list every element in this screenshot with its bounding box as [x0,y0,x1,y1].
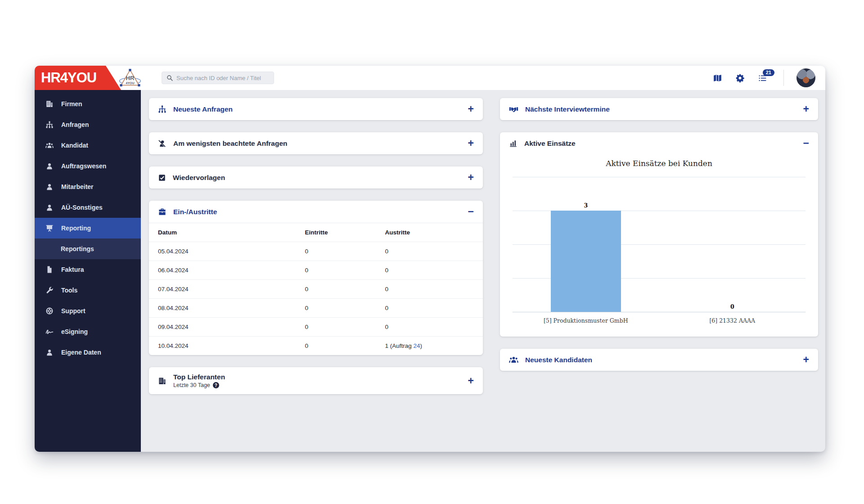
user-slash-icon [158,139,166,148]
auftrag-link[interactable]: 24 [414,342,420,349]
column-header-datum: Datum [149,223,296,242]
bar-chart-icon [509,139,518,148]
card-header[interactable]: Am wenigsten beachtete Anfragen + [149,132,483,154]
notification-count-badge: 21 [763,69,774,76]
sidebar-item-label: Reporting [61,225,91,232]
sitemap-icon [158,105,166,113]
card-header[interactable]: Aktive Einsätze − [500,132,818,154]
sidebar-item-label: AÜ-Sonstiges [61,204,103,211]
sidebar-item-label: Anfragen [61,121,89,128]
card-header[interactable]: Wiedervorlagen + [149,166,483,189]
table-row: 08.04.2024 0 0 [149,299,483,318]
card-title: Ein-/Austritte [173,208,217,216]
cell-austritte: 1 (Auftrag 24) [376,337,483,356]
user-icon [45,183,54,191]
cell-austritte: 0 [376,280,483,299]
card-title: Am wenigsten beachtete Anfragen [173,140,288,148]
chart-bar[interactable] [551,211,621,312]
chart-title: Aktive Einsätze bei Kunden [513,159,806,168]
expand-button[interactable]: + [468,138,474,148]
cell-eintritte: 0 [296,337,376,356]
chart-plot: 30 [513,177,806,312]
sidebar-item-auftragswesen[interactable]: Auftragswesen [35,156,141,176]
column-header-austritte: Austritte [376,223,483,242]
search-input[interactable] [176,75,270,81]
card-ein-austritte: Ein-/Austritte − Datum Eintritte Austrit… [149,201,483,355]
card-top-lieferanten: Top Lieferanten Letzte 30 Tage ? + [149,367,483,394]
cell-eintritte: 0 [296,318,376,337]
collapse-button[interactable]: − [468,207,474,217]
sidebar-item-esigning[interactable]: eSigning [35,321,141,342]
sidebar-item-label: Reportings [61,245,94,252]
hr4you-logo[interactable]: HR4YOU [35,66,121,90]
card-header[interactable]: Neueste Kandidaten + [500,349,818,371]
header-divider [783,70,784,86]
sidebar-item-anfragen[interactable]: Anfragen [35,114,141,135]
sidebar-item-tools[interactable]: Tools [35,280,141,301]
top-header: HR4YOU HR 4YOU 21 [35,66,825,90]
sidebar-item-reporting[interactable]: Reporting [35,218,141,238]
sidebar-item-eigene-daten[interactable]: Eigene Daten [35,342,141,363]
sidebar-item-faktura[interactable]: Faktura [35,259,141,280]
chart-bar-column: 0 [659,177,806,312]
card-aktive-einsaetze: Aktive Einsätze − Aktive Einsätze bei Ku… [500,132,818,337]
hr4you-triangle-logo-icon: HR 4YOU [118,67,142,89]
sidebar-item-aue-sonstiges[interactable]: AÜ-Sonstiges [35,197,141,218]
cell-datum: 10.04.2024 [149,337,296,356]
sidebar-item-label: Eigene Daten [61,349,101,356]
table-row: 07.04.2024 0 0 [149,280,483,299]
left-column: Neueste Anfragen + Am wenigsten beachtet… [149,98,483,452]
sidebar-item-support[interactable]: Support [35,301,141,321]
ein-austritte-table: Datum Eintritte Austritte 05.04.2024 0 0… [149,223,483,355]
card-header[interactable]: Top Lieferanten Letzte 30 Tage ? + [149,367,483,394]
chart-category-label: [5] Produktionsmuster GmbH [513,317,659,324]
sidebar-item-mitarbeiter[interactable]: Mitarbeiter [35,176,141,197]
sidebar-item-reportings[interactable]: Reportings [35,238,141,259]
card-am-wenigsten-beachtete-anfragen: Am wenigsten beachtete Anfragen + [149,132,483,154]
gear-icon[interactable] [735,73,745,83]
card-header[interactable]: Ein-/Austritte − [149,201,483,223]
expand-button[interactable]: + [468,104,474,114]
expand-button[interactable]: + [803,355,809,365]
table-row: 05.04.2024 0 0 [149,242,483,261]
user-icon [45,203,54,212]
tasks-icon[interactable]: 21 [757,73,767,83]
table-row: 06.04.2024 0 0 [149,261,483,280]
expand-button[interactable]: + [468,172,474,183]
austritt-text: 1 (Auftrag [385,342,414,349]
header-actions: 21 [712,68,825,87]
cell-austritte: 0 [376,242,483,261]
card-header[interactable]: Neueste Anfragen + [149,98,483,120]
table-row: 09.04.2024 0 0 [149,318,483,337]
chart-category-label: [6] 21332 AAAA [659,317,806,324]
sidebar: Firmen Anfragen Kandidat Auftragswesen M… [35,90,141,452]
cell-datum: 06.04.2024 [149,261,296,280]
expand-button[interactable]: + [803,104,809,114]
sidebar-item-firmen[interactable]: Firmen [35,94,141,114]
sidebar-item-label: Tools [61,287,77,294]
sidebar-item-label: Kandidat [61,142,88,149]
card-header[interactable]: Nächste Interviewtermine + [500,98,818,120]
cell-eintritte: 0 [296,299,376,318]
question-icon[interactable]: ? [213,382,219,388]
collapse-button[interactable]: − [803,138,809,148]
card-naechste-interviewtermine: Nächste Interviewtermine + [500,98,818,120]
card-title: Neueste Kandidaten [525,356,592,364]
cell-austritte: 0 [376,299,483,318]
map-icon[interactable] [712,73,722,83]
hr4you-logo-text: HR4YOU [41,70,96,86]
chart-categories: [5] Produktionsmuster GmbH[6] 21332 AAAA [513,317,806,324]
aktive-einsaetze-chart: Aktive Einsätze bei Kunden 30 [5] Produk… [500,154,818,337]
expand-button[interactable]: + [468,376,474,386]
svg-text:4YOU: 4YOU [126,81,135,85]
signature-icon [45,328,54,336]
card-neueste-kandidaten: Neueste Kandidaten + [500,349,818,371]
subtitle-text: Letzte 30 Tage [173,382,210,388]
user-avatar[interactable] [796,68,815,87]
cell-eintritte: 0 [296,280,376,299]
cell-eintritte: 0 [296,261,376,280]
users-icon [45,141,54,149]
card-subtitle: Letzte 30 Tage ? [173,382,225,388]
table-row: 10.04.2024 0 1 (Auftrag 24) [149,337,483,356]
sidebar-item-kandidat[interactable]: Kandidat [35,135,141,156]
